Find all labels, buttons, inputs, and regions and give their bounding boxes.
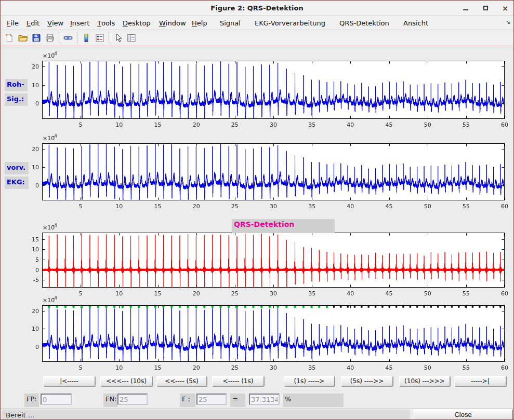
fn-label: FN: [103,394,117,407]
toolbar-separator [109,32,109,44]
figure-toolbar [1,30,513,46]
label-vorv: vorv. [5,162,29,174]
menu-edit[interactable]: Edit [25,16,41,30]
menu-signal[interactable]: Signal [219,16,242,30]
menu-help[interactable]: Help [191,16,208,30]
menu-insert[interactable]: Insert [69,16,90,30]
minimize-button[interactable] [462,4,470,12]
fp-input[interactable] [41,394,72,405]
toolbar-separator [77,32,77,44]
forward-5s-button[interactable]: (5s) ---->> [341,376,393,386]
link-plot-button[interactable] [61,31,75,45]
menu-view[interactable]: View [46,16,64,30]
close-window-button[interactable]: × [501,4,509,12]
cursor-arrow-icon [113,33,123,43]
label-sig: Sig.: [5,93,28,106]
window-title: Figure 2: QRS-Detektion [210,4,303,12]
colorbar-icon [81,33,91,43]
fp-label: FP: [24,394,39,407]
toolbar-separator [59,32,59,44]
close-button[interactable]: Close [414,409,512,420]
legend-icon [95,33,105,43]
fn-input[interactable] [117,394,148,405]
open-file-button[interactable] [16,31,30,45]
f-label: F : [180,394,195,407]
insert-legend-button[interactable] [93,31,107,45]
plot-browser-button[interactable] [125,31,138,45]
close-icon: × [502,5,508,12]
qrs-detektion-plot-title: QRS-Detektion [232,219,335,233]
back-10s-button[interactable]: <<<--- (10s) [100,376,152,386]
plot-browser-icon [126,33,137,43]
new-document-icon [4,33,15,43]
f-input[interactable] [196,394,227,405]
link-chain-icon [63,33,73,43]
printer-icon [45,33,55,43]
new-figure-button[interactable] [3,31,16,45]
menu-qrs-detektion[interactable]: QRS-Detektion [338,16,390,30]
save-floppy-icon [31,33,42,43]
figure-canvas-area: Roh- Sig.: vorv. EKG: QRS-Detektion |<--… [1,46,514,408]
forward-1s-button[interactable]: (1s) -----> [284,376,335,386]
insert-colorbar-button[interactable] [80,31,93,45]
maximize-icon [483,6,488,10]
maximize-button[interactable] [481,4,490,12]
minimize-icon [463,9,468,10]
menu-ansicht[interactable]: Ansicht [402,16,429,30]
menu-window[interactable]: Window [158,16,187,30]
percent-label: % [283,394,344,407]
menu-overflow-icon[interactable]: ↘ [506,19,510,25]
equals-label: = [230,394,245,407]
ecg-plots-canvas[interactable] [1,46,514,374]
go-to-end-button[interactable]: ----->| [454,376,506,386]
back-5s-button[interactable]: <<---- (5s) [156,376,207,386]
menu-file[interactable]: File [6,16,20,30]
forward-10s-button[interactable]: (10s) --->>> [399,376,450,386]
menu-bar: File Edit View Insert Tools Desktop Wind… [1,16,513,30]
save-figure-button[interactable] [30,31,43,45]
print-figure-button[interactable] [43,31,57,45]
label-ekg: EKG: [5,177,29,189]
status-text: Bereit ... [2,410,410,420]
menu-tools[interactable]: Tools [96,16,116,30]
window-controls: × [462,1,509,16]
back-1s-button[interactable]: <----- (1s) [212,376,264,386]
label-roh: Roh- [5,79,28,91]
go-to-start-button[interactable]: |<----- [43,376,95,386]
menu-desktop[interactable]: Desktop [122,16,152,30]
open-folder-icon [18,33,28,43]
pointer-mode-button[interactable] [111,31,125,45]
menu-ekg-vorverarbeitung[interactable]: EKG-Vorverarbeitung [254,16,326,30]
status-bar: Bereit ... Close [1,408,513,420]
result-input[interactable] [249,394,280,405]
title-bar: Figure 2: QRS-Detektion × [1,1,513,16]
figure-window: Figure 2: QRS-Detektion × File Edit View… [0,0,514,420]
